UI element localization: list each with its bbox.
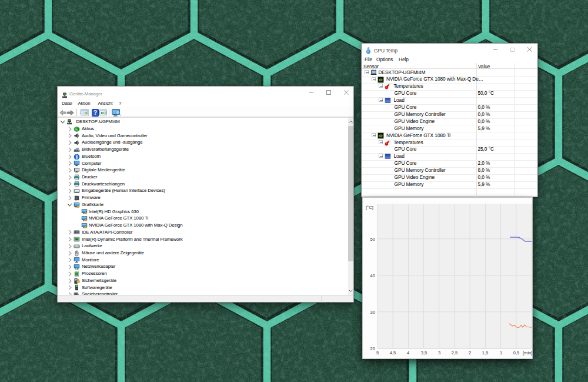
svg-text:1: 1 [500, 350, 502, 356]
svg-text:[min]: [min] [523, 350, 532, 356]
svg-text:2,5: 2,5 [452, 350, 458, 356]
svg-text:30: 30 [370, 310, 375, 315]
svg-text:40: 40 [370, 273, 375, 278]
svg-text:4,5: 4,5 [390, 350, 396, 356]
svg-text:3,5: 3,5 [421, 350, 427, 356]
svg-text:0,5: 0,5 [513, 350, 520, 356]
svg-text:2: 2 [469, 350, 471, 356]
svg-text:20: 20 [370, 346, 375, 351]
svg-text:4: 4 [407, 350, 409, 356]
svg-text:5: 5 [376, 350, 379, 356]
svg-text:?: ? [93, 109, 97, 116]
svg-text:3: 3 [438, 350, 440, 356]
svg-text:[°C]: [°C] [366, 205, 373, 210]
svg-text:50: 50 [370, 237, 375, 242]
svg-text:1,5: 1,5 [482, 350, 489, 356]
